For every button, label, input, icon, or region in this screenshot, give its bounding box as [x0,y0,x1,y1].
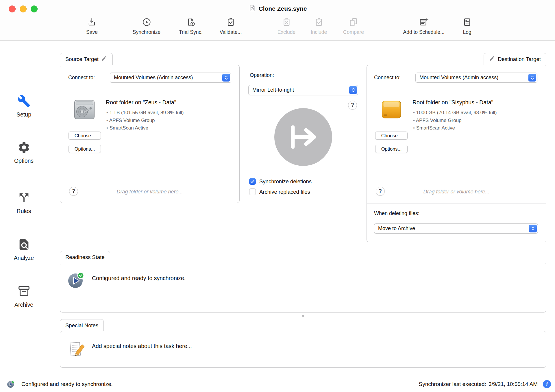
toolbar-include-label: Include [311,29,327,35]
source-detail-format: APFS Volume Group [106,117,184,125]
sync-status-icon [7,380,15,389]
archive-replaced-files-checkbox[interactable]: Archive replaced files [249,188,310,195]
operation-help-button[interactable]: ? [348,101,357,110]
destination-drag-hint: Drag folder or volume here... [367,189,546,195]
source-connect-dropdown[interactable]: Mounted Volumes (Admin access) [110,73,231,83]
popup-chevrons-icon [349,86,357,94]
destination-options-button[interactable]: Options... [375,145,408,153]
synchronize-deletions-checkbox[interactable]: Synchronize deletions [249,178,312,185]
special-notes-tab: Special Notes [60,319,104,331]
last-executed-value: 3/9/21, 10:55:14 AM [489,381,538,387]
compare-icon [349,17,358,27]
destination-target-tab: Destination Target [484,53,546,65]
document-proxy-icon [248,4,256,13]
edit-pencil-icon[interactable] [101,56,107,63]
destination-root-title: Root folder on "Sisyphus - Data" [412,99,493,106]
last-executed: Synchronizer last executed:3/9/21, 10:55… [419,381,538,387]
archive-replaced-files-label: Archive replaced files [259,189,310,195]
toolbar-compare-label: Compare [343,29,364,35]
toolbar-exclude-button: Exclude [278,17,295,35]
popup-chevrons-icon [529,225,537,232]
sidebar-item-rules[interactable]: Rules [0,191,48,215]
destination-detail-capacity: 1000 GB (70.14 GB avail, 93.0% full) [413,109,497,117]
source-drag-hint: Drag folder or volume here... [60,189,239,195]
toolbar-save-button[interactable]: Save [86,17,98,35]
status-bar: Configured and ready to synchronize. Syn… [0,376,555,392]
divider [60,87,239,87]
status-text: Configured and ready to synchronize. [21,381,113,387]
sidebar-setup-label: Setup [16,111,31,118]
operation-dropdown[interactable]: Mirror Left-to-right [248,85,358,95]
window-title-area: Clone Zeus.sync [0,4,555,13]
source-connect-label: Connect to: [68,75,95,81]
archive-box-icon [17,285,31,299]
toolbar-log-label: Log [463,29,471,35]
split-arrows-icon [17,191,31,206]
destination-connect-label: Connect to: [374,75,401,81]
include-icon [314,17,324,27]
synchronize-deletions-label: Synchronize deletions [259,178,312,185]
source-options-button[interactable]: Options... [69,145,101,153]
source-detail-smartscan: SmartScan Active [106,124,184,132]
toolbar-validate-label: Validate... [220,29,242,35]
when-deleting-label: When deleting files: [374,210,419,217]
destination-volume-icon [380,99,402,122]
notes-placeholder[interactable]: Add special notes about this task here..… [92,343,192,350]
operation-direction-icon [274,108,333,168]
gear-icon [17,141,31,155]
source-detail-capacity: 1 TB (101.55 GB avail, 89.8% full) [106,109,184,117]
titlebar-toolbar: Clone Zeus.sync Save Synchronize Trial S… [0,0,555,41]
sidebar-item-archive[interactable]: Archive [0,285,48,308]
edit-pencil-icon[interactable] [489,56,495,63]
source-choose-button[interactable]: Choose... [69,132,101,140]
sync-ready-icon [68,272,84,290]
sidebar-item-analyze[interactable]: Analyze [0,238,48,261]
sidebar: Setup Options Rules Analyze Archive [0,41,48,376]
toolbar-add-to-schedule-label: Add to Schedule... [403,29,444,35]
operation-label: Operation: [250,72,274,78]
sidebar-analyze-label: Analyze [14,255,34,261]
toolbar-log-button[interactable]: Log [462,17,472,35]
source-volume-icon [73,99,95,122]
toolbar-synchronize-button[interactable]: Synchronize [133,17,160,35]
toolbar-add-to-schedule-button[interactable]: Add to Schedule... [403,17,444,35]
source-drive-details: 1 TB (101.55 GB avail, 89.8% full) APFS … [106,109,184,132]
source-tab-label: Source Target [65,56,99,62]
toolbar-synchronize-label: Synchronize [133,29,160,35]
checkbox-checked-icon [249,178,256,185]
exclude-icon [282,17,291,27]
toolbar-trial-sync-button[interactable]: Trial Sync. [179,17,203,35]
source-target-tab: Source Target [60,53,113,65]
magnifier-document-icon [17,238,31,252]
when-deleting-dropdown[interactable]: Move to Archive [374,223,538,234]
destination-connect-dropdown[interactable]: Mounted Volumes (Admin access) [415,73,537,83]
toolbar-include-button: Include [311,17,327,35]
notes-tab-label: Special Notes [65,322,98,329]
info-button[interactable]: i [543,380,551,388]
destination-connect-value: Mounted Volumes (Admin access) [416,75,537,81]
special-notes-panel[interactable]: Add special notes about this task here..… [60,331,546,368]
save-icon [87,17,97,27]
source-target-panel: Connect to: Mounted Volumes (Admin acces… [60,65,240,203]
divider [367,204,546,204]
readiness-status-text: Configured and ready to synchronize. [92,275,186,282]
window-title: Clone Zeus.sync [259,5,307,12]
checkbox-unchecked-icon [249,188,256,195]
source-root-title: Root folder on "Zeus - Data" [106,99,176,106]
destination-choose-button[interactable]: Choose... [375,132,408,140]
sidebar-options-label: Options [14,158,34,164]
readiness-panel: Configured and ready to synchronize. [60,263,546,313]
operation-value: Mirror Left-to-right [249,87,358,93]
synchronize-icon [142,17,151,27]
sidebar-rules-label: Rules [17,208,31,215]
sidebar-item-options[interactable]: Options [0,141,48,164]
trial-sync-icon [186,17,195,27]
destination-detail-smartscan: SmartScan Active [413,124,497,132]
wrench-icon [17,95,31,109]
splitter-handle[interactable] [302,315,304,317]
sidebar-item-setup[interactable]: Setup [0,95,48,118]
toolbar-validate-button[interactable]: Validate... [220,17,242,35]
source-connect-value: Mounted Volumes (Admin access) [110,75,231,81]
destination-detail-format: APFS Volume Group [413,117,497,125]
readiness-tab-label: Readiness State [65,254,105,260]
